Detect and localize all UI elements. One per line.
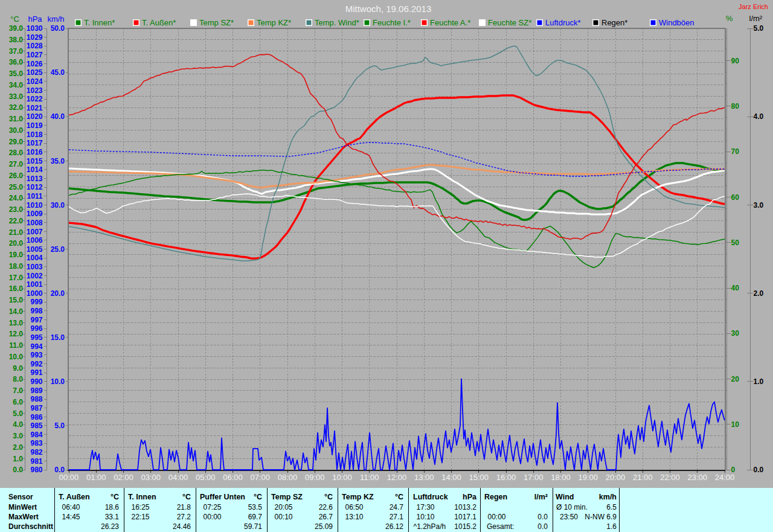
svg-text:22:00: 22:00 (660, 473, 680, 482)
svg-text:39.0: 39.0 (9, 24, 24, 33)
svg-text:05:00: 05:00 (196, 473, 216, 482)
svg-text:2.0: 2.0 (754, 289, 764, 298)
svg-text:l/m²: l/m² (534, 493, 548, 501)
svg-text:1025: 1025 (27, 68, 43, 77)
svg-text:km/h: km/h (47, 14, 64, 24)
svg-text:1027: 1027 (27, 51, 43, 59)
svg-text:11:00: 11:00 (360, 473, 379, 482)
svg-text:13:10: 13:10 (345, 513, 364, 521)
svg-text:28.0: 28.0 (9, 149, 24, 157)
svg-text:18:00: 18:00 (551, 473, 571, 482)
svg-text:Temp KZ*: Temp KZ* (257, 18, 291, 27)
svg-text:1015: 1015 (27, 157, 43, 165)
svg-text:22:15: 22:15 (132, 513, 150, 521)
svg-text:1029: 1029 (27, 33, 43, 42)
svg-text:0.0: 0.0 (13, 466, 23, 474)
svg-text:30.0: 30.0 (9, 126, 24, 135)
svg-text:24.0: 24.0 (9, 194, 24, 202)
svg-text:3.0: 3.0 (754, 201, 764, 210)
svg-text:Feuchte I.*: Feuchte I.* (373, 18, 411, 27)
svg-text:22.6: 22.6 (319, 503, 333, 511)
svg-text:1026: 1026 (27, 60, 43, 68)
svg-text:17:00: 17:00 (524, 473, 544, 482)
svg-text:Temp KZ: Temp KZ (342, 493, 374, 501)
svg-text:km/h: km/h (599, 493, 617, 501)
svg-text:998: 998 (30, 307, 42, 315)
svg-text:16.0: 16.0 (9, 284, 24, 293)
svg-text:1000: 1000 (27, 289, 43, 298)
svg-text:27.1: 27.1 (390, 513, 404, 521)
svg-text:992: 992 (30, 360, 42, 368)
svg-text:N-NW 6.9: N-NW 6.9 (585, 513, 617, 521)
svg-text:09:00: 09:00 (305, 473, 325, 482)
svg-text:0.0: 0.0 (754, 466, 764, 474)
svg-text:26.0: 26.0 (9, 171, 24, 180)
svg-text:25.0: 25.0 (9, 183, 24, 191)
svg-text:984: 984 (30, 431, 42, 439)
svg-text:27.2: 27.2 (177, 513, 191, 521)
svg-text:25.0: 25.0 (51, 245, 65, 254)
svg-text:l/m²: l/m² (749, 14, 763, 23)
svg-text:00:10: 00:10 (275, 513, 293, 521)
svg-text:Regen: Regen (484, 493, 507, 501)
svg-text:Temp SZ: Temp SZ (271, 493, 303, 501)
svg-text:Feuchte SZ*: Feuchte SZ* (488, 18, 531, 27)
svg-text:17.0: 17.0 (9, 274, 24, 282)
svg-text:Temp SZ*: Temp SZ* (199, 18, 234, 27)
svg-text:36.0: 36.0 (9, 58, 24, 66)
svg-text:29.0: 29.0 (9, 138, 24, 146)
svg-text:10: 10 (731, 420, 740, 429)
svg-text:1020: 1020 (27, 112, 43, 121)
svg-text:18.6: 18.6 (105, 503, 120, 511)
svg-text:14:00: 14:00 (441, 473, 461, 482)
svg-text:Luftdruck: Luftdruck (413, 493, 448, 501)
svg-text:26.23: 26.23 (101, 522, 119, 531)
svg-text:10.0: 10.0 (51, 377, 65, 386)
svg-text:°C: °C (10, 14, 19, 24)
svg-text:1017.1: 1017.1 (454, 513, 476, 521)
svg-text:1.6: 1.6 (606, 522, 617, 531)
svg-text:15.0: 15.0 (51, 333, 65, 342)
svg-text:8.0: 8.0 (13, 375, 23, 383)
svg-text:15:00: 15:00 (469, 473, 489, 482)
svg-text:hPa: hPa (28, 14, 42, 24)
svg-text:3.0: 3.0 (13, 432, 23, 440)
svg-text:%: % (726, 14, 733, 23)
svg-text:00:00: 00:00 (488, 513, 506, 521)
svg-text:991: 991 (30, 368, 42, 377)
svg-text:6.0: 6.0 (13, 398, 23, 406)
svg-text:06:00: 06:00 (223, 473, 243, 482)
svg-text:37.0: 37.0 (9, 47, 24, 56)
svg-text:1028: 1028 (27, 42, 43, 50)
svg-text:21:00: 21:00 (633, 473, 653, 482)
svg-text:1003: 1003 (27, 263, 43, 271)
svg-text:°C: °C (111, 493, 119, 501)
svg-text:993: 993 (30, 351, 42, 359)
svg-text:Jarz Erich: Jarz Erich (739, 3, 768, 10)
svg-text:14:45: 14:45 (62, 513, 80, 521)
svg-text:Gesamt:: Gesamt: (487, 522, 514, 531)
svg-text:21.8: 21.8 (177, 503, 191, 511)
svg-text:1018: 1018 (27, 130, 43, 139)
svg-text:22.0: 22.0 (9, 217, 24, 225)
svg-text:1019: 1019 (27, 121, 43, 130)
svg-text:°C: °C (254, 493, 262, 501)
svg-text:33.0: 33.0 (9, 92, 24, 101)
svg-text:5.0: 5.0 (754, 24, 764, 33)
svg-text:50.0: 50.0 (51, 24, 65, 33)
svg-text:18.0: 18.0 (9, 262, 24, 271)
svg-text:T. Innen*: T. Innen* (84, 18, 115, 27)
svg-text:07:25: 07:25 (204, 503, 222, 511)
svg-text:5.0: 5.0 (13, 409, 23, 418)
svg-text:1002: 1002 (27, 272, 43, 280)
svg-text:Feuchte A.*: Feuchte A.* (430, 18, 470, 27)
svg-text:24.46: 24.46 (173, 522, 191, 531)
svg-text:990: 990 (30, 377, 42, 386)
svg-text:17:30: 17:30 (417, 503, 435, 511)
svg-text:1016: 1016 (27, 148, 43, 156)
svg-text:0.0: 0.0 (537, 522, 548, 531)
svg-text:Sensor: Sensor (8, 493, 33, 501)
svg-text:MaxWert: MaxWert (8, 513, 39, 521)
svg-text:1005: 1005 (27, 245, 43, 254)
svg-text:4.0: 4.0 (13, 420, 23, 429)
